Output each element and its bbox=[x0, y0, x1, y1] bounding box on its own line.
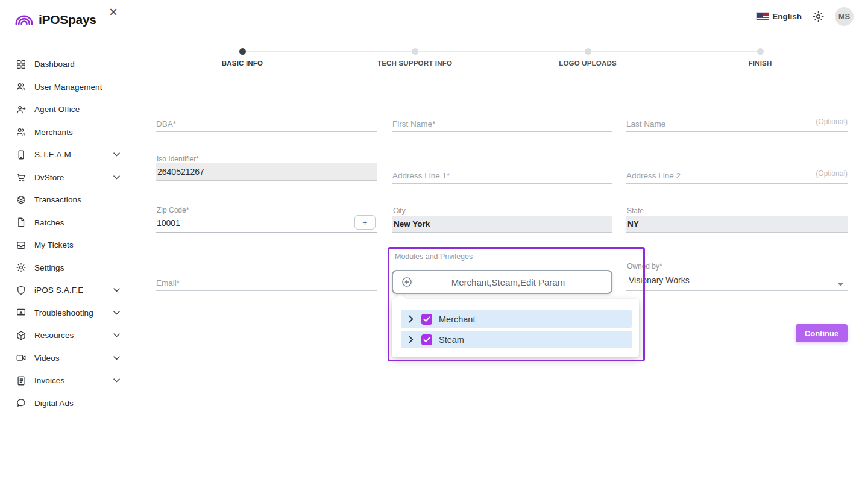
monitor-icon bbox=[15, 307, 27, 319]
merchant-onboarding-page: iPOSpays × Dashboard User Management Age… bbox=[0, 0, 868, 488]
sidebar-item-label: Troubleshooting bbox=[34, 308, 93, 318]
sidebar-item-label: Merchants bbox=[34, 128, 73, 137]
step-dot bbox=[585, 48, 591, 55]
checkbox-checked[interactable] bbox=[421, 314, 432, 325]
chat-icon bbox=[15, 398, 27, 409]
checkbox-checked[interactable] bbox=[421, 334, 432, 345]
iso-identifier-label: Iso Identifier* bbox=[157, 155, 199, 163]
city-label: City bbox=[393, 207, 406, 215]
sidebar-item-label: Transactions bbox=[34, 195, 81, 204]
zip-code-input[interactable]: Zip Code* 10001 + bbox=[156, 205, 377, 233]
sidebar-item-dashboard[interactable]: Dashboard bbox=[0, 53, 136, 76]
sidebar-item-resources[interactable]: Resources bbox=[0, 324, 136, 347]
chevron-down-icon[interactable] bbox=[113, 333, 120, 337]
optional-hint: (Optional) bbox=[816, 117, 848, 126]
sidebar-item-label: DvStore bbox=[34, 173, 64, 182]
file-icon bbox=[15, 217, 27, 228]
cart-icon bbox=[15, 172, 27, 183]
sidebar-item-settings[interactable]: Settings bbox=[0, 257, 136, 280]
chevron-right-icon[interactable] bbox=[407, 336, 415, 343]
sidebar-item-batches[interactable]: Batches bbox=[0, 211, 136, 234]
optional-hint: (Optional) bbox=[816, 169, 848, 178]
sidebar-item-invoices[interactable]: Invoices bbox=[0, 369, 136, 392]
chevron-down-icon[interactable] bbox=[113, 288, 120, 292]
gear-icon bbox=[15, 262, 27, 274]
user-plus-icon bbox=[15, 104, 27, 115]
stepper: BASIC INFO TECH SUPPORT INFO LOGO UPLOAD… bbox=[136, 0, 868, 78]
layers-icon bbox=[15, 194, 27, 205]
sidebar-item-label: Resources bbox=[34, 331, 74, 340]
caret-down-icon bbox=[837, 278, 844, 289]
chevron-down-icon[interactable] bbox=[113, 175, 120, 180]
sidebar-item-label: S.T.E.A.M bbox=[34, 150, 71, 159]
sidebar-item-label: Videos bbox=[34, 354, 60, 363]
dba-input[interactable]: DBA* bbox=[156, 114, 377, 132]
sidebar-item-ipos-safe[interactable]: iPOS S.A.F.E bbox=[0, 279, 136, 302]
state-label: State bbox=[627, 207, 644, 215]
stepper-line bbox=[242, 51, 760, 52]
sidebar-nav: Dashboard User Management Agent Office M… bbox=[0, 53, 136, 414]
brand-name: iPOSpays bbox=[39, 13, 96, 27]
plus-circle-icon bbox=[401, 276, 413, 288]
module-option-merchant[interactable]: Merchant bbox=[401, 310, 632, 328]
invoice-icon bbox=[15, 375, 27, 386]
zip-code-label: Zip Code* bbox=[157, 206, 189, 214]
address-line-2-input[interactable]: Address Line 2 (Optional) bbox=[626, 166, 848, 184]
sidebar-item-troubleshooting[interactable]: Troubleshooting bbox=[0, 302, 136, 325]
users-icon bbox=[15, 81, 27, 93]
shield-icon bbox=[15, 284, 27, 296]
zip-add-button[interactable]: + bbox=[354, 215, 376, 230]
sidebar-item-label: User Management bbox=[34, 83, 102, 92]
dashboard-icon bbox=[15, 58, 27, 70]
modules-selected-values: Merchant,Steam,Edit Param bbox=[413, 277, 603, 287]
device-icon bbox=[15, 149, 27, 160]
users-icon bbox=[15, 127, 27, 138]
last-name-input[interactable]: Last Name (Optional) bbox=[626, 114, 848, 132]
owned-by-select[interactable]: Visionary Works bbox=[626, 271, 848, 291]
sidebar-item-label: Agent Office bbox=[34, 105, 80, 114]
address-line-1-input[interactable]: Address Line 1* bbox=[392, 166, 612, 184]
sidebar-item-label: My Tickets bbox=[34, 240, 74, 249]
sidebar-item-label: Digital Ads bbox=[34, 399, 74, 408]
chevron-down-icon[interactable] bbox=[113, 356, 120, 360]
modules-dropdown-panel: Merchant Steam bbox=[392, 299, 639, 357]
step-dot bbox=[412, 48, 418, 55]
ipospays-logo-icon bbox=[14, 12, 34, 28]
sidebar-item-steam[interactable]: S.T.E.A.M bbox=[0, 143, 136, 166]
brand-logo: iPOSpays bbox=[14, 12, 96, 28]
iso-identifier-input[interactable]: 2640521267 bbox=[156, 163, 377, 181]
sidebar-item-merchants[interactable]: Merchants bbox=[0, 121, 136, 144]
first-name-input[interactable]: First Name* bbox=[392, 114, 612, 132]
email-input[interactable]: Email* bbox=[156, 274, 377, 291]
module-option-steam[interactable]: Steam bbox=[401, 331, 632, 348]
close-icon[interactable]: × bbox=[109, 5, 118, 19]
city-input[interactable]: New York bbox=[392, 216, 612, 233]
package-icon bbox=[15, 330, 27, 341]
modules-label: Modules and Privileges bbox=[395, 252, 473, 261]
chevron-down-icon[interactable] bbox=[113, 378, 120, 383]
main-content: English MS BASIC INFO TECH SUPPORT INFO … bbox=[136, 0, 868, 488]
sidebar-item-videos[interactable]: Videos bbox=[0, 347, 136, 370]
sidebar: iPOSpays × Dashboard User Management Age… bbox=[0, 0, 136, 488]
sidebar-item-label: Invoices bbox=[34, 376, 64, 385]
sidebar-item-user-management[interactable]: User Management bbox=[0, 76, 136, 99]
sidebar-item-agent-office[interactable]: Agent Office bbox=[0, 98, 136, 121]
continue-button[interactable]: Continue bbox=[796, 324, 848, 342]
state-input[interactable]: NY bbox=[626, 216, 848, 233]
sidebar-item-transactions[interactable]: Transactions bbox=[0, 189, 136, 211]
modules-privileges-field[interactable]: Merchant,Steam,Edit Param bbox=[392, 270, 612, 294]
sidebar-item-my-tickets[interactable]: My Tickets bbox=[0, 234, 136, 257]
chevron-right-icon[interactable] bbox=[407, 315, 415, 323]
sidebar-item-label: Settings bbox=[34, 263, 64, 272]
sidebar-item-digital-ads[interactable]: Digital Ads bbox=[0, 392, 136, 415]
sidebar-item-label: Batches bbox=[34, 218, 64, 227]
chevron-down-icon[interactable] bbox=[113, 311, 120, 315]
sidebar-item-dvstore[interactable]: DvStore bbox=[0, 166, 136, 189]
inbox-icon bbox=[15, 239, 27, 251]
chevron-down-icon[interactable] bbox=[113, 152, 120, 157]
step-dot-active bbox=[239, 48, 246, 55]
video-icon bbox=[15, 352, 27, 364]
sidebar-item-label: Dashboard bbox=[34, 60, 75, 69]
owned-by-label: Owned by* bbox=[627, 262, 662, 271]
sidebar-item-label: iPOS S.A.F.E bbox=[34, 286, 83, 295]
